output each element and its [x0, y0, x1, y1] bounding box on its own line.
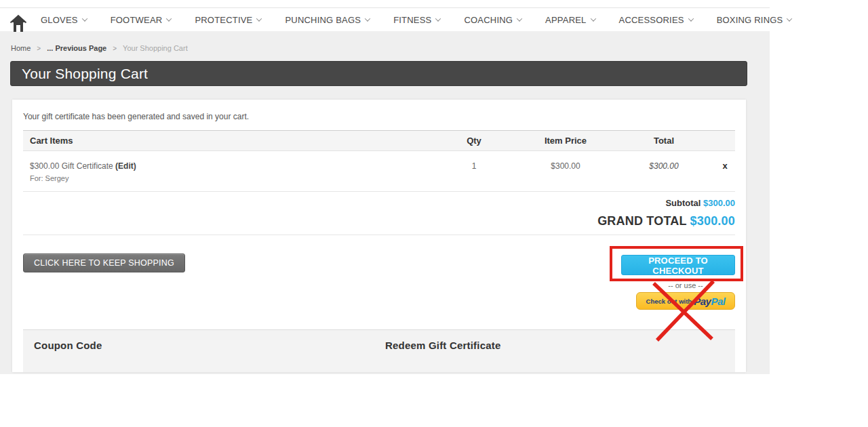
chevron-down-icon	[787, 16, 792, 21]
grand-total-line: GRAND TOTAL $300.00	[23, 214, 735, 228]
chevron-down-icon	[590, 16, 595, 21]
breadcrumb-home-link[interactable]: Home	[11, 44, 31, 52]
proceed-to-checkout-button[interactable]: PROCEED TO CHECKOUT	[621, 255, 735, 275]
nav-item-label: BOXING RINGS	[717, 15, 783, 25]
cart-item-recipient: For: Sergey	[23, 174, 430, 182]
nav-item-footwear[interactable]: FOOTWEAR	[111, 15, 172, 25]
redeem-gift-certificate-heading: Redeem Gift Certificate	[385, 340, 735, 351]
nav-item-coaching[interactable]: COACHING	[464, 15, 521, 25]
cart-actions: CLICK HERE TO KEEP SHOPPING PROCEED TO C…	[23, 235, 735, 310]
nav-item-boxing-rings[interactable]: BOXING RINGS	[717, 15, 792, 25]
nav-item-punching-bags[interactable]: PUNCHING BAGS	[285, 15, 370, 25]
breadcrumb-separator: >	[37, 45, 41, 52]
paypal-logo-pay: Pay	[694, 296, 711, 307]
breadcrumb: Home > ... Previous Page > Your Shopping…	[0, 31, 770, 52]
page-title-bar: Your Shopping Cart	[10, 61, 747, 86]
nav-item-label: FITNESS	[393, 15, 431, 25]
nav-item-gloves[interactable]: GLOVES	[41, 15, 87, 25]
remove-item-button[interactable]: x	[715, 161, 735, 182]
cart-item-price: $300.00	[518, 161, 613, 182]
chevron-down-icon	[365, 16, 370, 21]
page-title: Your Shopping Cart	[11, 66, 148, 82]
cart-item-name: $300.00 Gift Certificate (Edit)	[23, 161, 430, 171]
gift-certificate-notice: Your gift certificate has been generated…	[12, 100, 746, 121]
main-navigation: GLOVES FOOTWEAR PROTECTIVE PUNCHING BAGS…	[0, 7, 770, 31]
nav-item-label: APPAREL	[545, 15, 586, 25]
cart-item-description: $300.00 Gift Certificate (Edit) For: Ser…	[23, 161, 430, 182]
shopping-cart-page: GLOVES FOOTWEAR PROTECTIVE PUNCHING BAGS…	[0, 0, 868, 427]
cart-item-qty: 1	[430, 161, 518, 182]
breadcrumb-current: Your Shopping Cart	[123, 44, 188, 52]
nav-item-apparel[interactable]: APPAREL	[545, 15, 595, 25]
coupon-code-heading: Coupon Code	[23, 340, 385, 351]
chevron-down-icon	[256, 16, 262, 21]
paypal-checkout-button[interactable]: Check out with PayPal	[636, 292, 735, 310]
grand-total-value: $300.00	[690, 214, 735, 228]
cart-card: Your gift certificate has been generated…	[12, 100, 746, 372]
subtotal-line: Subtotal $300.00	[23, 198, 735, 208]
chevron-down-icon	[517, 16, 522, 21]
nav-item-label: PROTECTIVE	[195, 15, 252, 25]
column-header-total: Total	[613, 136, 715, 146]
cart-item-row: $300.00 Gift Certificate (Edit) For: Ser…	[23, 151, 735, 192]
breadcrumb-previous-link[interactable]: ... Previous Page	[47, 44, 106, 52]
column-header-cart-items: Cart Items	[23, 136, 430, 146]
coupon-redeem-section: Coupon Code Redeem Gift Certificate	[23, 329, 735, 372]
paypal-logo-pal: Pal	[711, 296, 725, 307]
paypal-prefix-text: Check out with	[646, 298, 692, 305]
edit-gift-certificate-link[interactable]: (Edit)	[115, 161, 136, 171]
or-use-text: -- or use --	[636, 281, 735, 289]
grand-total-label: GRAND TOTAL	[597, 214, 686, 228]
breadcrumb-separator: >	[113, 45, 117, 52]
nav-items: GLOVES FOOTWEAR PROTECTIVE PUNCHING BAGS…	[41, 15, 791, 25]
cart-table-header: Cart Items Qty Item Price Total	[23, 130, 735, 151]
subtotal-label: Subtotal	[665, 198, 701, 208]
cart-item-total: $300.00	[613, 161, 715, 182]
cart-item-title: $300.00 Gift Certificate	[30, 161, 113, 171]
nav-item-protective[interactable]: PROTECTIVE	[195, 15, 261, 25]
checkout-column: PROCEED TO CHECKOUT -- or use -- Check o…	[621, 244, 735, 310]
chevron-down-icon	[435, 16, 441, 21]
nav-item-label: FOOTWEAR	[111, 15, 163, 25]
paypal-logo: PayPal	[694, 296, 725, 307]
nav-item-accessories[interactable]: ACCESSORIES	[619, 15, 693, 25]
chevron-down-icon	[166, 16, 172, 21]
nav-item-label: COACHING	[464, 15, 513, 25]
keep-shopping-button[interactable]: CLICK HERE TO KEEP SHOPPING	[23, 253, 185, 272]
home-icon[interactable]	[9, 14, 28, 34]
subtotal-value: $300.00	[703, 198, 735, 208]
nav-item-label: PUNCHING BAGS	[285, 15, 361, 25]
site-wrapper: GLOVES FOOTWEAR PROTECTIVE PUNCHING BAGS…	[0, 0, 770, 374]
chevron-down-icon	[688, 16, 693, 21]
chevron-down-icon	[81, 16, 87, 21]
page-background: Home > ... Previous Page > Your Shopping…	[0, 31, 770, 374]
column-header-qty: Qty	[430, 136, 518, 146]
cart-totals: Subtotal $300.00 GRAND TOTAL $300.00	[23, 192, 735, 235]
column-header-item-price: Item Price	[518, 136, 613, 146]
nav-item-label: GLOVES	[41, 15, 78, 25]
nav-item-fitness[interactable]: FITNESS	[393, 15, 440, 25]
top-white-strip	[0, 0, 770, 7]
nav-item-label: ACCESSORIES	[619, 15, 684, 25]
